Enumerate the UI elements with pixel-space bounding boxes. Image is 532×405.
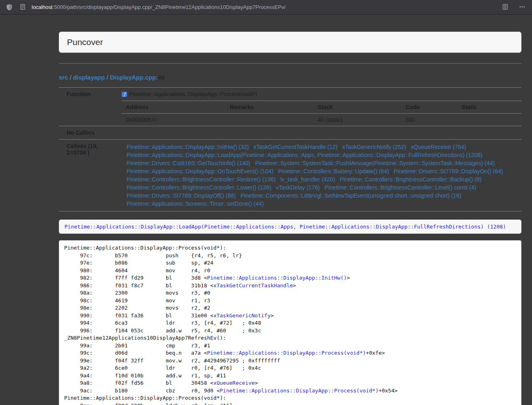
code-symbol-link[interactable]: xTaskGetCurrentTaskHandle [213,282,293,289]
callee-separator: , [466,144,469,150]
callee-separator: , [274,168,278,174]
callee-link[interactable]: Pinetime::Applications::DisplayApp::Init… [127,144,249,150]
header-divider [59,63,521,64]
callee-separator: , [320,184,325,191]
details-value-row: 0x0000097c 40 (static) 500 [122,114,521,126]
function-name: Pinetime::Applications::DisplayApp::Proc… [129,91,257,97]
details-header-row: Address Remarks Stack Code Static [122,101,521,114]
code-symbol-link[interactable]: xTaskGenericNotify [213,312,271,319]
address-value: 0x0000097c [122,114,226,126]
callee-separator: , [389,168,394,174]
callee-link[interactable]: Pinetime::Controllers::BrightnessControl… [325,184,476,191]
code-symbol-link[interactable]: Pinetime::Applications::DisplayApp::Proc… [220,388,379,394]
callee-separator: , [338,144,342,150]
callee-link[interactable]: Pinetime::Drivers::Cst816S::GetTouchInfo… [127,160,250,166]
callees-list: Pinetime::Applications::DisplayApp::Init… [122,140,521,211]
stack-value: 40 (static) [314,114,402,126]
highlighted-symbol-link[interactable]: Pinetime::Applications::DisplayApp::Load… [65,224,506,230]
toolbar-right-group [502,4,526,11]
app-header: Puncover [59,32,521,53]
breadcrumb-link[interactable]: src [59,74,68,81]
callee-separator: , [461,192,465,199]
breadcrumb-separator: / [68,74,73,81]
callee-link[interactable]: vTaskDelay (176) [276,184,320,191]
highlighted-symbol-box: Pinetime::Applications::DisplayApp::Load… [59,220,521,234]
disassembly: Pinetime::Applications::DisplayApp::Proc… [59,240,521,405]
overflow-menu-icon[interactable] [519,4,526,11]
table-row-function: Function ƒ Pinetime::Applications::Displ… [59,88,521,126]
callee-separator: , [250,160,255,166]
callee-separator: , [503,168,506,174]
callee-link[interactable]: Pinetime::Components::LittleVgl::SetNewT… [241,192,461,199]
callee-separator: , [495,160,498,166]
site-identity-icon[interactable] [19,4,27,11]
url-host: localhost [32,4,52,10]
callee-link[interactable]: xQueueReceive (764) [411,144,466,150]
callee-separator: , [271,184,276,191]
callee-link[interactable]: Pinetime::Drivers::St7789::DisplayOn() (… [394,168,503,174]
callee-link[interactable]: Pinetime::Applications::DisplayApp::OnTo… [127,168,274,174]
function-row-label: Function [59,88,122,126]
page-title: Puncover [67,37,513,47]
column-header-code: Code [401,101,457,114]
url-bar[interactable]: localhost:5000/path/src/displayapp/Displ… [32,4,286,10]
url-path: :5000/path/src/displayapp/DisplayApp.cpp… [52,4,286,10]
no-callers-label: No Callers [59,126,122,140]
callee-link[interactable]: Pinetime::Drivers::St7789::DisplayOff() … [127,192,236,199]
breadcrumb: src / displayapp / DisplayApp.cpp:86 [59,74,521,81]
callee-separator: , [276,176,280,183]
callee-link[interactable]: Pinetime::Controllers::BrightnessControl… [127,184,271,191]
column-header-remarks: Remarks [226,101,314,114]
static-value [457,114,521,126]
breadcrumb-links: src / displayapp / DisplayApp.cpp: [59,74,158,81]
function-symbol: ƒ Pinetime::Applications::DisplayApp::Pr… [122,88,521,101]
browser-toolbar: localhost:5000/path/src/displayapp/Displ… [0,0,532,15]
function-details-table: Address Remarks Stack Code Static 0x0000… [122,101,521,126]
column-header-stack: Stack [314,101,402,114]
column-header-static: Static [457,101,521,114]
code-symbol-link[interactable]: xQueueReceive [213,380,255,386]
breadcrumb-link[interactable]: DisplayApp.cpp: [110,74,158,81]
code-value: 500 [401,114,457,126]
callee-link[interactable]: Pinetime::Applications::DisplayApp::Load… [127,152,482,158]
shield-icon[interactable] [6,4,13,11]
callee-separator: , [406,144,411,150]
callee-separator: , [482,152,486,158]
code-symbol-link[interactable]: Pinetime::Applications::DisplayApp::Init… [207,275,347,281]
callee-link[interactable]: Pinetime::Controllers::BrightnessControl… [127,176,276,183]
callee-link[interactable]: xTaskGenericNotify (252) [342,144,406,150]
reader-mode-icon[interactable] [502,4,509,11]
callee-link[interactable]: Pinetime::System::SystemTask::PushMessag… [255,160,495,166]
callees-label: Callees (19, Σ=3704 ) [59,140,122,211]
code-symbol-link[interactable]: Pinetime::Applications::DisplayApp::Proc… [207,350,366,356]
line-number: 86 [158,74,165,81]
callee-separator: , [482,176,485,183]
breadcrumb-link[interactable]: displayapp [73,74,105,81]
remarks-value [226,114,314,126]
callee-link[interactable]: Pinetime::Controllers::Battery::Update()… [278,168,389,174]
table-row-no-callers: No Callers [59,126,521,140]
callee-link[interactable]: Pinetime::Applications::Screens::Timer::… [127,200,264,207]
callee-link[interactable]: Pinetime::Controllers::BrightnessControl… [340,176,481,183]
callee-link[interactable]: lv_task_handler (420) [280,176,335,183]
page-container: Puncover src / displayapp / DisplayApp.c… [59,32,521,405]
column-header-address: Address [122,101,226,114]
callee-separator: , [476,184,479,191]
callee-link[interactable]: xTaskGetCurrentTaskHandle (12) [254,144,338,150]
callee-separator: , [335,176,340,183]
callee-separator: , [249,144,254,150]
function-table: Function ƒ Pinetime::Applications::Displ… [59,87,521,211]
breadcrumb-separator: / [105,74,110,81]
callee-separator: , [236,192,241,199]
table-row-callees: Callees (19, Σ=3704 ) Pinetime::Applicat… [59,140,521,211]
function-icon: ƒ [122,92,127,97]
